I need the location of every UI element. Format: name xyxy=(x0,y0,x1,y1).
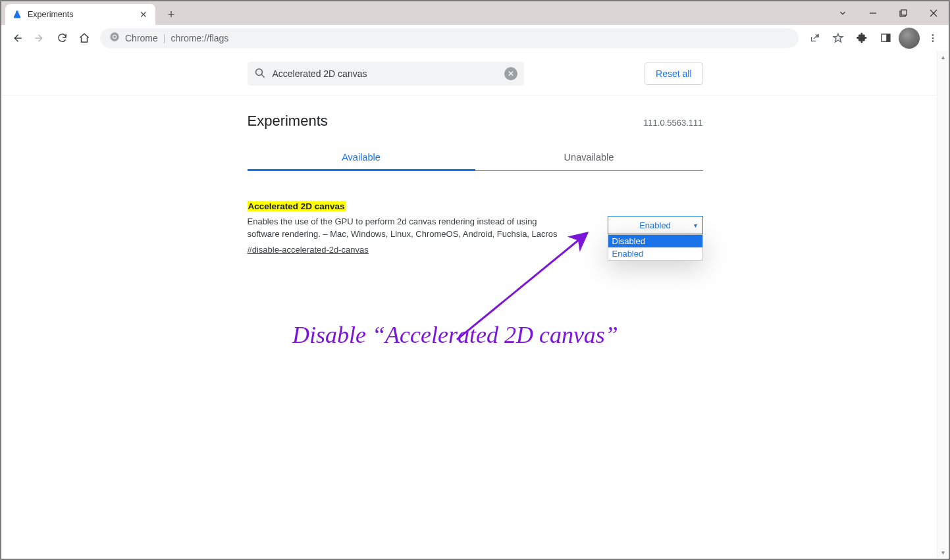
svg-point-13 xyxy=(255,68,262,75)
bookmark-icon[interactable] xyxy=(828,28,849,49)
scroll-down-icon[interactable]: ▾ xyxy=(937,547,947,557)
omnibox-label: Chrome xyxy=(125,33,158,43)
flags-search-input[interactable]: Accelerated 2D canvas ✕ xyxy=(248,62,524,86)
back-button[interactable] xyxy=(7,28,28,49)
omnibox-separator: | xyxy=(163,33,166,43)
page-title: Experiments xyxy=(248,113,328,130)
flag-state-select[interactable]: Enabled ▾ xyxy=(608,216,703,234)
svg-point-12 xyxy=(932,40,934,42)
browser-titlebar: Experiments ✕ + xyxy=(1,1,949,25)
extensions-icon[interactable] xyxy=(851,28,872,49)
dropdown-option-enabled[interactable]: Enabled xyxy=(608,247,702,260)
forward-button[interactable] xyxy=(29,28,50,49)
share-icon[interactable] xyxy=(804,28,825,49)
tab-available[interactable]: Available xyxy=(248,144,475,170)
svg-point-10 xyxy=(932,34,934,36)
tab-search-button[interactable] xyxy=(828,1,858,25)
minimize-button[interactable] xyxy=(858,1,888,25)
search-icon xyxy=(254,67,266,81)
svg-line-14 xyxy=(261,74,265,78)
flag-dropdown: Disabled Enabled xyxy=(608,234,703,261)
svg-point-7 xyxy=(113,36,116,38)
flag-state-value: Enabled xyxy=(639,220,671,230)
annotation-text: Disable “Accelerated 2D canvas” xyxy=(292,321,618,349)
option-label: Enabled xyxy=(612,249,644,259)
scrollbar[interactable]: ▴ ▾ xyxy=(937,51,947,557)
chrome-logo-icon xyxy=(109,32,120,44)
sidepanel-icon[interactable] xyxy=(875,28,896,49)
browser-toolbar: Chrome | chrome://flags xyxy=(1,25,949,51)
tab-available-label: Available xyxy=(342,152,381,163)
flask-icon xyxy=(12,9,22,20)
flag-title: Accelerated 2D canvas xyxy=(248,201,346,211)
new-tab-button[interactable]: + xyxy=(162,5,180,24)
close-icon[interactable]: ✕ xyxy=(138,9,149,20)
flags-tabs: Available Unavailable xyxy=(248,144,703,171)
flag-accelerated-2d-canvas: Accelerated 2D canvas Enables the use of… xyxy=(248,200,703,255)
clear-search-icon[interactable]: ✕ xyxy=(504,67,517,80)
omnibox-url: chrome://flags xyxy=(171,33,228,43)
svg-rect-9 xyxy=(886,34,890,41)
reset-all-label: Reset all xyxy=(656,68,691,79)
browser-tab-experiments[interactable]: Experiments ✕ xyxy=(5,4,155,25)
dropdown-option-disabled[interactable]: Disabled xyxy=(608,235,702,247)
reset-all-button[interactable]: Reset all xyxy=(645,63,702,85)
svg-point-11 xyxy=(932,37,934,39)
chevron-down-icon: ▾ xyxy=(694,222,697,229)
tab-title: Experiments xyxy=(28,10,73,19)
page-content: ▴ ▾ Accelerated 2D canvas ✕ Reset all Ex… xyxy=(3,51,947,557)
window-controls xyxy=(828,1,949,25)
chrome-version: 111.0.5563.111 xyxy=(643,118,702,128)
reload-button[interactable] xyxy=(51,28,72,49)
profile-avatar[interactable] xyxy=(899,28,920,49)
option-label: Disabled xyxy=(612,236,646,246)
flag-description: Enables the use of the GPU to perform 2d… xyxy=(248,216,570,241)
tab-unavailable[interactable]: Unavailable xyxy=(475,144,703,170)
menu-icon[interactable] xyxy=(922,28,943,49)
scroll-up-icon[interactable]: ▴ xyxy=(937,51,947,62)
home-button[interactable] xyxy=(74,28,95,49)
close-window-button[interactable] xyxy=(918,1,949,25)
flag-anchor-link[interactable]: #disable-accelerated-2d-canvas xyxy=(248,245,369,255)
svg-rect-2 xyxy=(901,10,907,15)
tab-unavailable-label: Unavailable xyxy=(564,152,614,163)
maximize-button[interactable] xyxy=(888,1,918,25)
search-query: Accelerated 2D canvas xyxy=(273,68,504,79)
flags-search-row: Accelerated 2D canvas ✕ Reset all xyxy=(3,51,947,95)
omnibox[interactable]: Chrome | chrome://flags xyxy=(100,28,799,48)
